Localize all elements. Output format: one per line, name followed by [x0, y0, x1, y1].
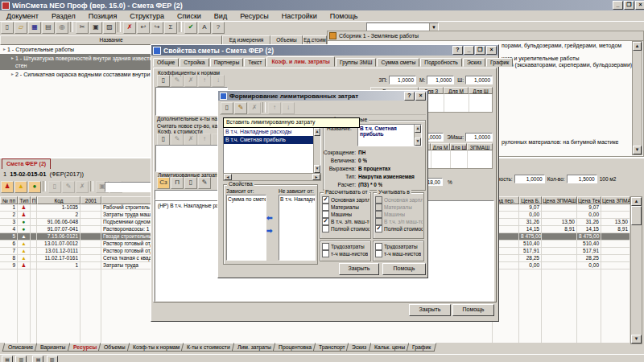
font-icon[interactable]: А	[198, 22, 211, 34]
checkbox-1[interactable]	[375, 204, 382, 211]
tab-Ресурсы[interactable]: Ресурсы	[67, 343, 102, 352]
column-2[interactable]: Для М	[431, 143, 450, 150]
checkbox-0[interactable]: ✓	[322, 196, 329, 204]
dialog-tab-Эскиз[interactable]: Эскиз	[463, 58, 485, 67]
scroll-up-icon[interactable]: ▲	[633, 42, 642, 51]
res-column-1[interactable]: Тип	[18, 196, 31, 204]
close-dialog-button[interactable]: Закрыть	[339, 263, 379, 275]
factor-value[interactable]: 1,0000	[514, 175, 545, 183]
menu-item-8[interactable]: Помощь	[324, 11, 365, 21]
checkbox-1[interactable]	[322, 250, 329, 257]
add-coeff-icon[interactable]: ▯	[157, 75, 170, 87]
scroll-thumb[interactable]	[631, 206, 642, 225]
edit-resource-icon[interactable]: ✎	[62, 181, 75, 193]
limit-filter-input[interactable]	[155, 190, 222, 200]
res-price-column-3[interactable]: Цена Тек.	[577, 196, 601, 204]
dialog-tab-График[interactable]: График	[486, 58, 513, 67]
menu-item-6[interactable]: Ресурсы	[233, 11, 275, 21]
checkbox-0[interactable]	[375, 243, 382, 250]
list-scrollbar[interactable]: ▲ ▼	[313, 128, 320, 173]
minimize-button[interactable]: _	[613, 1, 623, 10]
delete-coeff-icon[interactable]: ✗	[184, 134, 197, 146]
dialog-tab-Подробность[interactable]: Подробность	[420, 58, 462, 67]
checkbox-3[interactable]: ✓	[322, 218, 329, 225]
not-depends-list[interactable]: В т.ч. Накладные	[279, 195, 316, 261]
insert-limit-icon[interactable]: ▯	[221, 102, 233, 114]
filter-material-filter-icon[interactable]: ▲	[14, 181, 27, 193]
checkbox-2[interactable]	[375, 211, 382, 218]
move-down-icon[interactable]: ↓	[212, 75, 225, 87]
save-icon[interactable]: ▦	[28, 22, 41, 34]
copy-icon[interactable]: ▣	[89, 22, 102, 34]
tab-Лим. затраты[interactable]: Лим. затраты	[231, 343, 277, 352]
list-item[interactable]: В т.ч. Накладные расходы	[224, 128, 314, 136]
res-column-0[interactable]: № пп	[0, 196, 18, 204]
checkbox-2[interactable]	[322, 211, 329, 218]
p-limit-icon[interactable]: П	[171, 177, 184, 189]
move-up-icon[interactable]: ↑	[198, 75, 211, 87]
dialog-titlebar[interactable]: Свойства сметы - Смета ФЕР (2) ? _ ❐ ×	[151, 45, 498, 56]
maximize-button[interactable]: ❐	[624, 1, 634, 10]
checkbox-1[interactable]	[322, 204, 329, 211]
menu-item-3[interactable]: Структура	[123, 11, 171, 21]
sum-icon[interactable]: Σ	[164, 22, 177, 34]
field-top-2[interactable]: 1,0000	[465, 76, 493, 84]
doc-limit-icon[interactable]: ▯	[184, 177, 197, 189]
add-coeff-icon[interactable]: ▯	[157, 134, 170, 146]
tab-Описание[interactable]: Описание	[2, 343, 39, 352]
scroll-up-icon[interactable]: ▲	[314, 128, 320, 136]
menu-item-0[interactable]: Документ	[0, 11, 45, 21]
layout-button-4[interactable]: ▥	[47, 356, 58, 362]
scroll-up-icon[interactable]: ▲	[631, 197, 642, 206]
layout-button-2[interactable]: ▥	[15, 356, 27, 362]
checkbox-0[interactable]	[322, 243, 329, 250]
list-item[interactable]: Сумма по смете	[227, 195, 266, 203]
column-3[interactable]: Для Ш	[450, 143, 467, 150]
column-2[interactable]: Для М	[444, 87, 469, 94]
filter-machine-filter-icon[interactable]: ●	[28, 181, 41, 193]
expand-icon[interactable]: ▸	[11, 55, 14, 69]
dialog-tab-Стройка[interactable]: Стройка	[180, 58, 208, 67]
close-dialog-button[interactable]: Закрыть	[409, 304, 451, 316]
redo-icon[interactable]: ↪	[151, 22, 163, 34]
res-price-column-1[interactable]: Цена Б.	[519, 196, 542, 204]
edit-limit-icon[interactable]: ✎	[198, 177, 211, 189]
dialog-tab-Коэф. и лим. затраты[interactable]: Коэф. и лим. затраты	[266, 56, 335, 67]
menu-item-4[interactable]: Списки	[171, 11, 208, 21]
resources-scrollbar[interactable]: ▲ ▼	[630, 196, 642, 344]
menu-item-7[interactable]: Настройки	[275, 11, 324, 21]
dialog-tab-Текст[interactable]: Текст	[244, 58, 266, 67]
help-button[interactable]: ?	[452, 46, 463, 55]
scroll-down-icon[interactable]: ▼	[314, 165, 320, 173]
filter-labor-filter-icon[interactable]: ♟	[1, 181, 14, 193]
maximize-button[interactable]: ❐	[475, 46, 485, 55]
checkbox-3[interactable]	[375, 218, 382, 225]
tab-Коэф-ты к нормам[interactable]: Коэф-ты к нормам	[126, 343, 185, 352]
scroll-up-icon[interactable]: ▲	[415, 125, 421, 133]
checkbox-1[interactable]	[375, 250, 382, 257]
scroll-down-icon[interactable]: ▼	[633, 146, 642, 154]
resource-search-input[interactable]	[105, 182, 151, 192]
paste-icon[interactable]: ▨	[103, 22, 116, 34]
move-left-icon[interactable]: ⬅	[266, 214, 273, 222]
tab-Объемы[interactable]: Объемы	[98, 343, 131, 352]
list-item[interactable]: В т.ч. Сметная прибыль	[224, 136, 314, 144]
scroll-left-icon[interactable]: ◄	[224, 174, 232, 180]
tab-График[interactable]: График	[406, 343, 436, 352]
new-document-icon[interactable]: ▯	[1, 22, 14, 34]
checkbox-4[interactable]: ✓	[375, 225, 382, 232]
scroll-down-icon[interactable]: ▼	[415, 138, 421, 146]
estimate-tab[interactable]: Смета ФЕР (2)	[2, 158, 51, 169]
close-button[interactable]: ×	[415, 92, 426, 101]
tab-Процентовка[interactable]: Процентовка	[272, 343, 317, 352]
depends-list[interactable]: Сумма по смете	[226, 195, 266, 261]
tab-К-ты к стоимости[interactable]: К-ты к стоимости	[180, 343, 235, 352]
expand-icon[interactable]: ▸	[3, 46, 6, 53]
tab-Транспорт[interactable]: Транспорт	[312, 343, 350, 352]
delete-icon[interactable]: ✗	[123, 22, 136, 34]
menu-item-1[interactable]: Раздел	[45, 11, 82, 21]
dialog-tab-Партнеры[interactable]: Партнеры	[210, 58, 244, 67]
layout-button-1[interactable]: ▤	[2, 356, 13, 362]
close-button[interactable]: ×	[486, 46, 497, 55]
checkbox-0[interactable]	[375, 196, 382, 204]
